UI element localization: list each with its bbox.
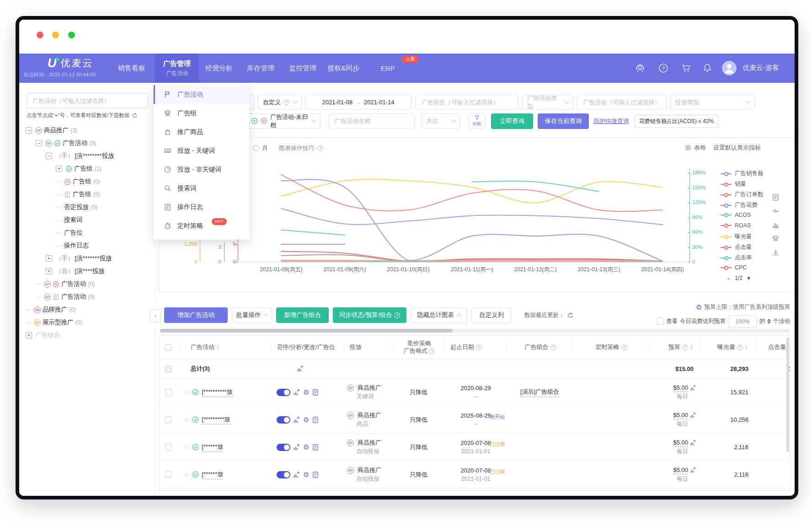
close-window-button[interactable] [37, 32, 43, 38]
log-icon[interactable] [312, 389, 319, 396]
budget-value[interactable]: $5.00 [673, 467, 688, 474]
save-query-button[interactable]: 保存当前查询 [538, 113, 589, 129]
custom-columns-button[interactable]: 自定义列 [471, 307, 512, 323]
expand-node-icon[interactable]: + [26, 332, 32, 338]
gear-icon[interactable]: ⚙ [303, 471, 309, 478]
campaign-tree-search[interactable] [27, 93, 148, 108]
tree-node-7[interactable]: 否定投放(0) [23, 201, 155, 214]
tree-node-16[interactable]: SD展示型推广(0) [23, 316, 155, 329]
campaign-name-link[interactable]: [******放 [202, 443, 223, 452]
tree-node-8[interactable]: 搜索词 [23, 214, 155, 226]
trend-chart-icon[interactable] [690, 385, 696, 391]
tree-node-12[interactable]: +（自）[演****投放 [23, 265, 155, 278]
help-icon[interactable]: ? [658, 63, 669, 74]
tree-node-15[interactable]: SB品牌推广(0) [23, 303, 155, 316]
budget-value[interactable]: $5.00 [673, 412, 688, 419]
expand-node-icon[interactable]: + [56, 166, 62, 172]
bell-icon[interactable] [702, 63, 713, 74]
trend-chart-icon[interactable] [293, 471, 300, 478]
favorite-star-icon[interactable]: ☆ [183, 471, 189, 479]
budget-value[interactable]: $5.00 [673, 384, 688, 392]
tree-node-11[interactable]: +（手）[演*******投放 [23, 252, 155, 265]
batch-actions-button[interactable]: 批量操作 [232, 307, 272, 323]
sync-status-button[interactable]: 同步状态/预算/组合 [333, 307, 406, 323]
enable-toggle[interactable] [277, 471, 290, 478]
gear-icon[interactable]: ⚙ [303, 444, 309, 451]
gear-icon[interactable]: ⚙ [303, 389, 309, 396]
menu-item-定时策略[interactable]: 定时策略HOT [154, 216, 249, 235]
campaign-type-select[interactable]: 广告活动类型 [522, 95, 573, 110]
tree-node-2[interactable]: −SP广告活动(3) [23, 137, 155, 150]
row-checkbox[interactable] [165, 389, 172, 396]
follow-select[interactable]: 关注 [421, 113, 460, 129]
campaign-name-filter[interactable] [329, 113, 415, 129]
log-icon[interactable] [312, 444, 319, 451]
trend-chart-icon[interactable] [293, 389, 300, 396]
horizontal-scrollbar[interactable] [160, 329, 790, 333]
targeting-type-select[interactable]: 投放类型 [670, 95, 755, 110]
nav-item-5[interactable]: 监控管理 [285, 54, 320, 83]
horizontal-scrollbar-thumb[interactable] [160, 329, 453, 333]
tree-node-10[interactable]: 操作日志 [23, 239, 155, 252]
collapse-node-icon[interactable]: − [46, 153, 52, 159]
cart-icon[interactable] [681, 63, 692, 74]
menu-item-推广商品[interactable]: 推广商品 [154, 123, 249, 141]
sidebar-collapse-button[interactable]: ‹ [150, 309, 161, 322]
menu-item-投放 - 关键词[interactable]: 投放 - 关键词 [154, 141, 249, 160]
tree-node-1[interactable]: −SP商品推广(3) [23, 124, 155, 137]
enable-toggle[interactable] [277, 444, 290, 451]
menu-item-搜索词[interactable]: 搜索词 [154, 179, 249, 198]
campaign-name-link[interactable]: [******放 [202, 470, 223, 479]
log-icon[interactable] [312, 416, 319, 424]
query-button[interactable]: 立即查询 [491, 113, 533, 129]
refresh-icon[interactable] [132, 113, 138, 118]
favorite-star-icon[interactable]: ☆ [183, 416, 189, 424]
log-icon[interactable] [312, 471, 319, 478]
row-checkbox[interactable] [165, 416, 172, 423]
minimize-window-button[interactable] [52, 32, 59, 38]
date-preset-select[interactable]: 自定义 [258, 95, 302, 110]
acos-filter-tag[interactable]: 花费销售额占比(ACOS) ≤ 42% [635, 115, 718, 128]
menu-item-广告活动[interactable]: 广告活动 [154, 85, 249, 104]
sort-icon[interactable]: ▲▼ [690, 344, 693, 350]
campaign-tree-search-input[interactable] [32, 97, 143, 105]
zoom-window-button[interactable] [68, 32, 75, 38]
date-range-picker[interactable]: 2021-01-082021-01-14 [305, 95, 411, 110]
tree-node-9[interactable]: 广告位 [23, 226, 155, 239]
percent-input[interactable]: 100% [728, 315, 757, 327]
campaign-name-link[interactable]: [**********放 [202, 388, 232, 397]
user-name[interactable]: 优麦云-游客 [743, 64, 779, 72]
tree-node-4[interactable]: +广告组(1) [23, 162, 155, 175]
analyze-filter-button[interactable]: 分析 [468, 113, 486, 129]
portfolio-input[interactable] [421, 98, 513, 106]
favorite-star-icon[interactable]: ☆ [183, 388, 189, 397]
menu-item-操作日志[interactable]: 操作日志 [154, 198, 249, 216]
vertical-scrollbar-thumb[interactable] [786, 338, 789, 452]
view-checkbox[interactable] [657, 318, 664, 325]
tree-node-14[interactable]: SP广告活动(0) [23, 290, 155, 303]
trend-chart-icon[interactable] [690, 440, 696, 446]
sort-icon[interactable]: ▲▼ [216, 344, 219, 350]
expand-node-icon[interactable]: + [46, 268, 52, 274]
support-icon[interactable] [635, 63, 646, 74]
nav-item-7[interactable]: ERP上新 [377, 54, 399, 83]
portfolio-link[interactable]: [演示]广告组合 [520, 388, 559, 397]
gear-icon[interactable]: ⚙ [303, 416, 309, 423]
tree-node-13[interactable]: SP广告活动(0) [23, 278, 155, 290]
trend-chart-icon[interactable] [690, 412, 696, 419]
nav-item-1[interactable]: 销售看板 [114, 54, 149, 83]
trend-chart-icon[interactable] [293, 416, 300, 424]
trend-chart-icon[interactable] [297, 365, 304, 372]
row-checkbox[interactable] [165, 471, 172, 478]
sort-icon[interactable]: ▲▼ [745, 344, 748, 350]
campaign-name-link[interactable]: [*********放 [202, 415, 230, 424]
budget-cap-setting[interactable]: ⚙预算上限：使用广告系列顶级预算 [629, 303, 790, 311]
tree-node-6[interactable]: 广告组(0) [23, 188, 155, 201]
nav-item-6[interactable]: 授权&同步 [324, 54, 363, 83]
collapse-node-icon[interactable]: − [36, 140, 42, 146]
favorite-star-icon[interactable]: ☆ [183, 443, 189, 451]
enable-toggle[interactable] [277, 389, 290, 396]
campaign-input[interactable] [582, 98, 662, 106]
refresh-icon[interactable] [567, 312, 574, 319]
tree-node-17[interactable]: +广告组合 [23, 329, 155, 342]
